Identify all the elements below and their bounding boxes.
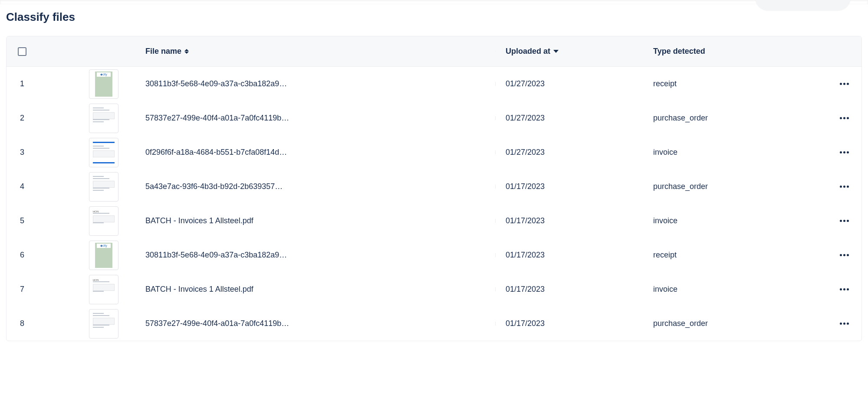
more-icon <box>847 323 849 325</box>
more-icon <box>847 220 849 222</box>
more-icon <box>840 254 842 256</box>
more-actions-button[interactable] <box>836 114 852 123</box>
uploaded-at-value: 01/17/2023 <box>506 216 545 225</box>
table-body: 1◆city30811b3f-5e68-4e09-a37a-c3ba182a9…… <box>7 67 861 341</box>
row-index: 2 <box>7 114 33 123</box>
more-icon <box>840 151 842 153</box>
more-icon <box>840 323 842 325</box>
column-separator <box>495 150 496 154</box>
table-row[interactable]: 7HONBATCH - Invoices 1 Allsteel.pdf01/17… <box>7 272 861 306</box>
more-icon <box>843 83 845 85</box>
uploaded-at-cell: 01/17/2023 <box>506 319 653 328</box>
table-row[interactable]: 6◆city30811b3f-5e68-4e09-a37a-c3ba182a9…… <box>7 238 861 272</box>
file-thumbnail[interactable]: ◆city <box>89 241 118 270</box>
more-icon <box>840 117 842 119</box>
row-index: 6 <box>7 251 33 260</box>
column-separator <box>495 185 496 189</box>
file-thumbnail[interactable]: ◆city <box>89 69 118 99</box>
table-header: File name Uploaded at Type detected <box>7 36 861 67</box>
table-row[interactable]: 5HONBATCH - Invoices 1 Allsteel.pdf01/17… <box>7 204 861 238</box>
type-detected-cell: receipt <box>653 79 827 88</box>
column-separator <box>495 253 496 257</box>
more-actions-button[interactable] <box>836 216 852 225</box>
type-detected-cell: purchase_order <box>653 182 827 191</box>
uploaded-at-header-label: Uploaded at <box>506 47 550 56</box>
more-actions-button[interactable] <box>836 319 852 328</box>
uploaded-at-cell: 01/27/2023 <box>506 79 653 88</box>
column-separator <box>495 219 496 223</box>
type-detected-cell: purchase_order <box>653 319 827 328</box>
sort-desc-icon <box>553 50 559 53</box>
select-all-checkbox[interactable] <box>18 47 26 56</box>
more-icon <box>843 254 845 256</box>
file-thumbnail[interactable] <box>89 138 118 167</box>
more-actions-button[interactable] <box>836 148 852 157</box>
more-icon <box>847 83 849 85</box>
row-actions-cell <box>827 319 861 328</box>
table-row[interactable]: 1◆city30811b3f-5e68-4e09-a37a-c3ba182a9…… <box>7 67 861 101</box>
row-index: 7 <box>7 285 33 294</box>
type-detected-cell: receipt <box>653 251 827 260</box>
page-title: Classify files <box>6 10 862 24</box>
file-name-header-label: File name <box>145 47 181 56</box>
file-thumbnail[interactable] <box>89 104 118 133</box>
more-icon <box>840 83 842 85</box>
file-thumbnail[interactable] <box>89 309 118 339</box>
row-thumbnail-cell <box>33 138 145 167</box>
more-icon <box>847 254 849 256</box>
more-icon <box>840 220 842 222</box>
header-pill <box>755 0 851 10</box>
uploaded-at-value: 01/17/2023 <box>506 251 545 259</box>
table-row[interactable]: 45a43e7ac-93f6-4b3d-b92d-2b639357…01/17/… <box>7 169 861 204</box>
uploaded-at-value: 01/27/2023 <box>506 79 545 88</box>
column-separator <box>495 51 496 52</box>
uploaded-at-value: 01/17/2023 <box>506 285 545 293</box>
more-icon <box>847 117 849 119</box>
uploaded-at-value: 01/27/2023 <box>506 148 545 156</box>
table-row[interactable]: 257837e27-499e-40f4-a01a-7a0fc4119b…01/2… <box>7 101 861 135</box>
uploaded-at-cell: 01/17/2023 <box>506 182 653 191</box>
row-actions-cell <box>827 114 861 123</box>
file-name-cell[interactable]: 5a43e7ac-93f6-4b3d-b92d-2b639357… <box>145 182 506 191</box>
more-icon <box>847 151 849 153</box>
file-name-cell[interactable]: 57837e27-499e-40f4-a01a-7a0fc4119b… <box>145 319 506 328</box>
row-actions-cell <box>827 285 861 294</box>
row-thumbnail-cell: ◆city <box>33 69 145 99</box>
row-thumbnail-cell <box>33 309 145 339</box>
table-row[interactable]: 30f296f6f-a18a-4684-b551-b7cfa08f14d…01/… <box>7 135 861 169</box>
uploaded-at-cell: 01/17/2023 <box>506 285 653 294</box>
file-name-cell[interactable]: BATCH - Invoices 1 Allsteel.pdf <box>145 285 506 294</box>
more-icon <box>843 323 845 325</box>
file-name-cell[interactable]: BATCH - Invoices 1 Allsteel.pdf <box>145 216 506 225</box>
uploaded-at-header[interactable]: Uploaded at <box>506 47 653 56</box>
more-icon <box>847 288 849 290</box>
row-index: 8 <box>7 319 33 328</box>
uploaded-at-cell: 01/17/2023 <box>506 216 653 225</box>
file-name-cell[interactable]: 30811b3f-5e68-4e09-a37a-c3ba182a9… <box>145 251 506 260</box>
column-separator <box>495 322 496 326</box>
more-icon <box>843 220 845 222</box>
file-name-cell[interactable]: 57837e27-499e-40f4-a01a-7a0fc4119b… <box>145 114 506 123</box>
more-actions-button[interactable] <box>836 251 852 260</box>
file-thumbnail[interactable]: HON <box>89 206 118 236</box>
type-detected-cell: invoice <box>653 148 827 157</box>
type-detected-cell: purchase_order <box>653 114 827 123</box>
row-thumbnail-cell <box>33 104 145 133</box>
uploaded-at-cell: 01/17/2023 <box>506 251 653 260</box>
row-index: 5 <box>7 216 33 225</box>
row-index: 3 <box>7 148 33 157</box>
row-thumbnail-cell <box>33 172 145 202</box>
file-thumbnail[interactable]: HON <box>89 275 118 304</box>
file-name-cell[interactable]: 0f296f6f-a18a-4684-b551-b7cfa08f14d… <box>145 148 506 157</box>
row-actions-cell <box>827 251 861 260</box>
more-actions-button[interactable] <box>836 182 852 191</box>
file-name-header[interactable]: File name <box>145 47 506 56</box>
table-row[interactable]: 857837e27-499e-40f4-a01a-7a0fc4119b…01/1… <box>7 306 861 341</box>
more-actions-button[interactable] <box>836 79 852 88</box>
file-name-cell[interactable]: 30811b3f-5e68-4e09-a37a-c3ba182a9… <box>145 79 506 88</box>
select-all-cell <box>7 47 33 56</box>
file-thumbnail[interactable] <box>89 172 118 202</box>
more-actions-button[interactable] <box>836 285 852 294</box>
type-detected-header[interactable]: Type detected <box>653 47 827 56</box>
more-icon <box>840 288 842 290</box>
